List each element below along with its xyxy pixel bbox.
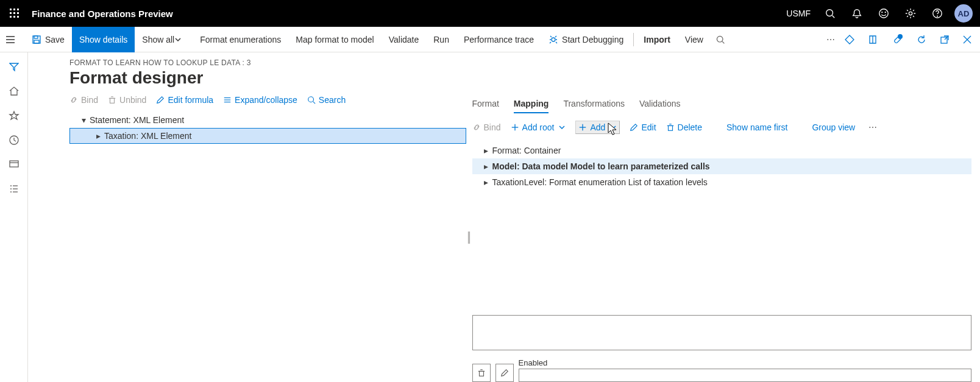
help-icon[interactable] — [924, 0, 951, 27]
svg-rect-2 — [17, 9, 19, 10]
expand-collapse-button[interactable]: Expand/collapse — [223, 95, 297, 105]
enabled-input[interactable] — [519, 369, 971, 382]
svg-point-12 — [882, 12, 882, 13]
expand-icon[interactable]: ▸ — [480, 175, 492, 189]
svg-rect-8 — [17, 16, 19, 18]
funnel-icon[interactable] — [2, 55, 26, 79]
save-button[interactable]: Save — [24, 27, 72, 52]
add-button[interactable]: Add — [575, 121, 620, 134]
format-tree: ▾ Statement: XML Element ▸ Taxation: XML… — [69, 112, 466, 144]
svg-point-11 — [879, 9, 888, 18]
diamond-icon[interactable] — [840, 27, 863, 52]
trash-icon — [666, 123, 675, 132]
clock-icon[interactable] — [2, 128, 26, 152]
format-enumerations-button[interactable]: Format enumerations — [193, 27, 288, 52]
commandbar: Save Show details Show all Format enumer… — [0, 27, 980, 52]
chevron-down-icon — [558, 124, 566, 131]
show-details-button[interactable]: Show details — [72, 27, 135, 52]
save-label: Save — [45, 35, 65, 44]
smiley-icon[interactable] — [870, 0, 897, 27]
left-bind-button: Bind — [69, 95, 98, 105]
bell-icon[interactable] — [843, 0, 870, 27]
tab-mapping[interactable]: Mapping — [514, 95, 549, 113]
edit-formula-button[interactable]: Edit formula — [156, 95, 213, 105]
expand-icon[interactable]: ▸ — [480, 143, 492, 158]
delete-formula-button[interactable] — [472, 364, 491, 382]
show-all-button[interactable]: Show all — [135, 27, 193, 52]
pencil-icon — [500, 369, 509, 377]
svg-line-30 — [945, 36, 948, 40]
tab-format[interactable]: Format — [472, 95, 499, 113]
pencil-icon — [630, 123, 638, 132]
refresh-icon[interactable] — [912, 27, 935, 52]
tree-row[interactable]: ▸ Format: Container — [472, 143, 971, 158]
import-button[interactable]: Import — [636, 27, 678, 52]
map-format-button[interactable]: Map format to model — [288, 27, 381, 52]
search-icon — [307, 96, 316, 104]
tab-transformations[interactable]: Transformations — [563, 95, 625, 113]
group-view-button[interactable]: Group view — [812, 122, 855, 132]
view-button[interactable]: View — [678, 27, 711, 52]
overflow-icon[interactable]: ⋯ — [865, 122, 881, 132]
tree-row[interactable]: ▸ Model: Data model Model to learn param… — [472, 158, 971, 174]
svg-line-25 — [722, 41, 724, 43]
search-icon[interactable] — [817, 0, 843, 27]
svg-rect-5 — [17, 12, 19, 14]
start-debugging-button[interactable]: Start Debugging — [541, 27, 631, 52]
run-button[interactable]: Run — [426, 27, 456, 52]
titlebar: Finance and Operations Preview USMF AD — [0, 0, 980, 27]
left-rail — [0, 52, 28, 382]
svg-point-9 — [826, 10, 833, 16]
close-icon[interactable] — [958, 27, 980, 52]
formula-input[interactable] — [472, 315, 971, 350]
tree-label: Model: Data model Model to learn paramet… — [492, 161, 710, 171]
performance-trace-button[interactable]: Performance trace — [456, 27, 541, 52]
waffle-icon[interactable] — [4, 2, 26, 24]
modules-icon[interactable] — [2, 177, 26, 201]
app-title: Finance and Operations Preview — [32, 9, 173, 19]
tree-row[interactable]: ▸ TaxationLevel: Format enumeration List… — [472, 174, 971, 190]
svg-rect-21 — [34, 36, 38, 38]
attachment-icon[interactable]: 0 — [886, 27, 912, 52]
edit-button[interactable]: Edit — [630, 122, 656, 132]
svg-rect-0 — [10, 9, 12, 10]
hamburger-icon[interactable] — [0, 27, 24, 52]
avatar[interactable]: AD — [954, 4, 973, 23]
enabled-label: Enabled — [519, 358, 971, 367]
workspace-icon[interactable] — [2, 152, 26, 177]
svg-rect-22 — [34, 40, 39, 43]
add-root-button[interactable]: Add root — [511, 122, 566, 132]
pencil-icon — [156, 96, 165, 104]
svg-point-16 — [937, 16, 938, 16]
home-icon[interactable] — [2, 79, 26, 104]
tree-row[interactable]: ▸ Taxation: XML Element — [69, 128, 466, 144]
cmd-search-icon[interactable] — [711, 27, 734, 52]
star-icon[interactable] — [2, 104, 26, 128]
collapse-icon[interactable]: ▾ — [77, 113, 90, 127]
trash-icon — [477, 369, 486, 377]
tab-validations[interactable]: Validations — [639, 95, 680, 113]
validate-button[interactable]: Validate — [382, 27, 427, 52]
splitter-handle[interactable] — [466, 93, 472, 382]
delete-button[interactable]: Delete — [666, 122, 702, 132]
popout-icon[interactable] — [935, 27, 958, 52]
svg-point-23 — [552, 38, 555, 41]
expand-icon[interactable]: ▸ — [92, 129, 104, 143]
edit-formula-small-button[interactable] — [495, 364, 514, 382]
gear-icon[interactable] — [897, 0, 924, 27]
left-search-button[interactable]: Search — [307, 95, 346, 105]
overflow-icon[interactable]: ⋯ — [822, 27, 840, 52]
company-label[interactable]: USMF — [780, 9, 817, 18]
expand-icon[interactable]: ▸ — [480, 159, 492, 174]
svg-line-51 — [313, 102, 315, 104]
svg-point-24 — [717, 36, 723, 42]
svg-point-14 — [909, 12, 912, 15]
separator — [633, 33, 634, 46]
svg-marker-33 — [10, 63, 18, 71]
show-name-first-button[interactable]: Show name first — [726, 122, 787, 132]
trash-icon — [108, 96, 116, 104]
tree-label: Taxation: XML Element — [104, 131, 191, 141]
book-icon[interactable] — [863, 27, 886, 52]
tree-row[interactable]: ▾ Statement: XML Element — [69, 112, 466, 128]
svg-rect-3 — [10, 12, 12, 14]
